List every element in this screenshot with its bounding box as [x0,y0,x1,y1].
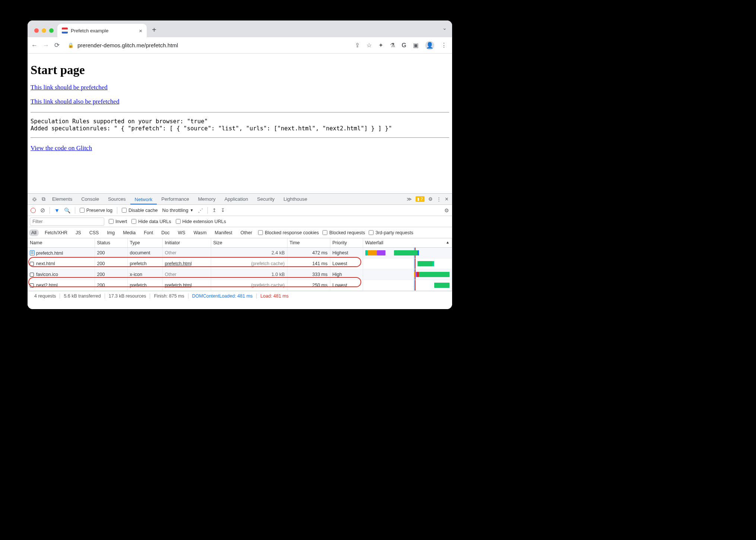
profile-avatar[interactable]: 👤 [425,41,434,50]
close-devtools-icon[interactable]: × [445,196,448,203]
glitch-link[interactable]: View the code on Glitch [31,144,92,152]
type-fetchxhr[interactable]: Fetch/XHR [42,229,70,236]
more-tabs-icon[interactable]: ≫ [407,196,412,202]
filter-toggle-icon[interactable]: ▼ [54,207,60,213]
forward-button: → [43,42,49,49]
network-conditions-icon[interactable]: ⋰ [198,207,203,213]
clear-button[interactable]: ⊘ [40,207,45,214]
table-row[interactable]: prefetch.html200documentOther2.4 kB472 m… [28,248,452,258]
back-button[interactable]: ← [31,42,38,49]
type-ws[interactable]: WS [175,229,187,236]
tab-application[interactable]: Application [220,194,253,205]
warnings-badge[interactable]: ▮ 2 [416,196,424,202]
filter-input[interactable] [30,217,104,226]
device-toggle-icon[interactable]: ⧉ [39,196,48,202]
preserve-log-checkbox[interactable]: Preserve log [80,208,112,213]
tab-lighthouse[interactable]: Lighthouse [279,194,312,205]
type-doc[interactable]: Doc [159,229,172,236]
google-icon[interactable]: G [402,42,406,49]
favicon-icon [62,28,68,34]
disable-cache-checkbox[interactable]: Disable cache [122,208,158,213]
new-tab-button[interactable]: + [147,26,162,37]
table-row[interactable]: next.html200prefetchprefetch.html(prefet… [28,258,452,269]
col-time[interactable]: Time [287,238,330,248]
prefetch-link-2[interactable]: This link should also be prefetched [31,98,119,105]
divider [31,112,449,112]
hide-data-urls-checkbox[interactable]: Hide data URLs [131,219,171,224]
minimize-window-button[interactable] [42,28,46,33]
third-party-checkbox[interactable]: 3rd-party requests [369,230,413,235]
network-controls: ⊘ ▼ 🔍 Preserve log Disable cache No thro… [28,205,452,216]
browser-tab-active[interactable]: Prefetch example × [57,24,147,37]
type-img[interactable]: Img [105,229,117,236]
table-row[interactable]: favicon.ico200x-iconOther1.0 kB333 msHig… [28,269,452,280]
prefetch-link-1[interactable]: This link should be prefetched [31,84,108,91]
close-tab-icon[interactable]: × [139,28,142,34]
type-wasm[interactable]: Wasm [191,229,209,236]
blocked-requests-checkbox[interactable]: Blocked requests [323,230,365,235]
hide-ext-urls-checkbox[interactable]: Hide extension URLs [176,219,226,224]
toolbar-actions: ⇪ ☆ ✦ ⚗ G ▣ 👤 ⋮ [355,41,448,50]
lock-icon: 🔒 [68,42,74,48]
tab-network[interactable]: Network [130,194,157,204]
tab-sources[interactable]: Sources [104,194,130,205]
labs-icon[interactable]: ⚗ [390,42,395,49]
fullscreen-window-button[interactable] [49,28,54,33]
type-all[interactable]: All [29,229,39,236]
import-har-icon[interactable]: ↥ [212,207,216,213]
close-window-button[interactable] [34,28,39,33]
page-heading: Start page [31,63,449,77]
export-har-icon[interactable]: ↧ [221,207,225,213]
type-js[interactable]: JS [73,229,83,236]
window-controls [31,28,57,37]
col-size[interactable]: Size [211,238,287,248]
record-button[interactable] [31,208,36,213]
col-waterfall[interactable]: Waterfall ▲ [363,238,452,248]
table-header-row: Name Status Type Initiator Size Time Pri… [28,238,452,248]
col-name[interactable]: Name [28,238,95,248]
type-other[interactable]: Other [238,229,254,236]
url-text: prerender-demos.glitch.me/prefetch.html [77,42,178,48]
tab-strip: Prefetch example × + ⌄ [28,20,452,37]
menu-icon[interactable]: ⋮ [441,42,447,49]
waterfall-bar [365,260,450,267]
type-media[interactable]: Media [121,229,138,236]
settings-icon[interactable]: ⚙ [428,196,433,202]
invert-checkbox[interactable]: Invert [109,219,127,224]
devtools-menu-icon[interactable]: ⋮ [436,196,441,202]
bookmark-icon[interactable]: ☆ [366,42,372,49]
blocked-cookies-checkbox[interactable]: Blocked response cookies [258,230,319,235]
page-content: Start page This link should be prefetche… [28,54,452,152]
network-settings-icon[interactable]: ⚙ [444,207,449,213]
type-css[interactable]: CSS [87,229,101,236]
tab-security[interactable]: Security [252,194,279,205]
tabs-dropdown-icon[interactable]: ⌄ [442,25,447,31]
col-initiator[interactable]: Initiator [162,238,211,248]
divider [31,137,449,138]
col-status[interactable]: Status [95,238,127,248]
throttling-select[interactable]: No throttling ▼ [162,207,194,213]
tab-memory[interactable]: Memory [194,194,220,205]
network-table-wrap: Name Status Type Initiator Size Time Pri… [28,238,452,291]
extensions-icon[interactable]: ✦ [378,42,383,49]
status-finish: Finish: 875 ms [150,293,188,299]
waterfall-bar [365,282,450,289]
address-bar[interactable]: 🔒 prerender-demos.glitch.me/prefetch.htm… [65,42,350,48]
status-load: Load: 481 ms [257,293,292,299]
tab-console[interactable]: Console [77,194,104,205]
network-filter-row: Invert Hide data URLs Hide extension URL… [28,216,452,227]
search-icon[interactable]: 🔍 [64,207,70,213]
status-dcl: DOMContentLoaded: 481 ms [188,293,257,299]
share-icon[interactable]: ⇪ [355,42,360,49]
inspect-icon[interactable]: ⯐ [30,196,39,202]
col-type[interactable]: Type [127,238,162,248]
reload-button[interactable]: ⟳ [54,41,60,49]
document-icon [30,250,35,255]
sidepanel-icon[interactable]: ▣ [413,42,419,49]
tab-elements[interactable]: Elements [48,194,77,205]
col-priority[interactable]: Priority [330,238,363,248]
type-font[interactable]: Font [142,229,155,236]
type-manifest[interactable]: Manifest [213,229,235,236]
table-row[interactable]: next2.html200prefetchprefetch.html(prefe… [28,280,452,291]
tab-performance[interactable]: Performance [157,194,193,205]
